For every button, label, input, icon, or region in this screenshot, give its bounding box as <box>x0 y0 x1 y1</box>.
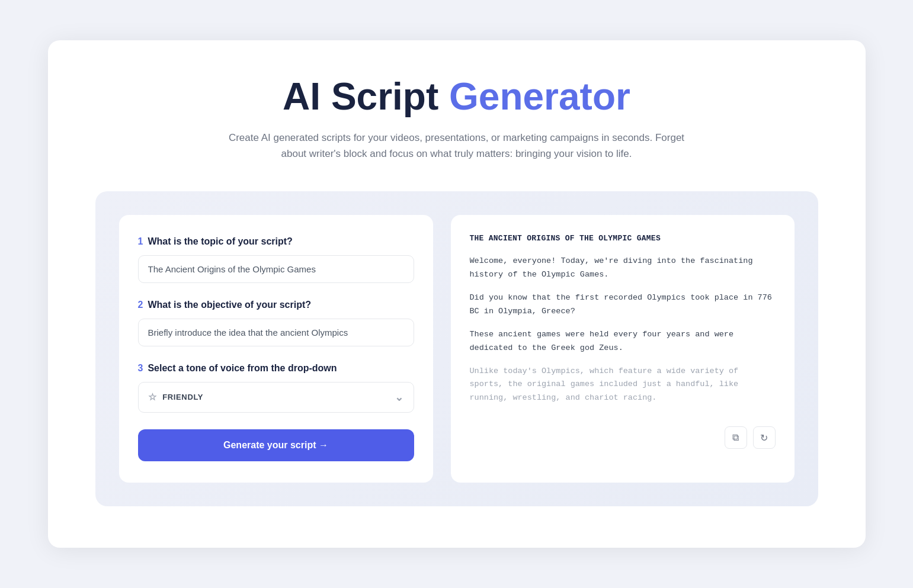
copy-button[interactable]: ⧉ <box>725 426 747 449</box>
step2-section: 2 What is the objective of your script? <box>138 300 414 346</box>
script-title: THE ANCIENT ORIGINS OF THE OLYMPIC GAMES <box>470 234 776 243</box>
script-paragraph: Unlike today's Olympics, which feature a… <box>470 365 776 406</box>
copy-icon: ⧉ <box>732 432 739 443</box>
script-actions: ⧉ ↻ <box>470 426 776 449</box>
generate-button-label: Generate your script → <box>223 440 328 451</box>
step3-number: 3 <box>138 363 143 374</box>
page-wrapper: AI Script Generator Create AI generated … <box>48 40 866 548</box>
refresh-icon: ↻ <box>760 432 768 444</box>
header: AI Script Generator Create AI generated … <box>95 76 818 162</box>
step2-label-row: 2 What is the objective of your script? <box>138 300 414 310</box>
output-panel: THE ANCIENT ORIGINS OF THE OLYMPIC GAMES… <box>451 215 795 483</box>
script-paragraph: Welcome, everyone! Today, we're diving i… <box>470 255 776 282</box>
objective-input[interactable] <box>138 319 414 346</box>
topic-input[interactable] <box>138 255 414 283</box>
title-part1: AI Script <box>283 75 438 118</box>
page-title: AI Script Generator <box>95 76 818 117</box>
step3-section: 3 Select a tone of voice from the drop-d… <box>138 363 414 413</box>
step1-label-row: 1 What is the topic of your script? <box>138 236 414 247</box>
step2-number: 2 <box>138 300 143 310</box>
refresh-button[interactable]: ↻ <box>753 426 776 449</box>
script-content: Welcome, everyone! Today, we're diving i… <box>470 255 776 415</box>
tone-select[interactable]: ☆ FRIENDLY ⌄ <box>138 382 414 413</box>
chevron-down-icon: ⌄ <box>395 391 404 404</box>
select-left: ☆ FRIENDLY <box>148 391 204 403</box>
step1-title: What is the topic of your script? <box>148 236 292 247</box>
step3-label-row: 3 Select a tone of voice from the drop-d… <box>138 363 414 374</box>
step3-title: Select a tone of voice from the drop-dow… <box>148 363 337 374</box>
script-paragraph: These ancient games were held every four… <box>470 328 776 355</box>
main-content: 1 What is the topic of your script? 2 Wh… <box>95 191 818 506</box>
star-icon: ☆ <box>148 391 157 403</box>
step2-title: What is the objective of your script? <box>148 300 311 310</box>
step1-section: 1 What is the topic of your script? <box>138 236 414 283</box>
step1-number: 1 <box>138 236 143 247</box>
title-part2: Generator <box>449 75 630 118</box>
script-paragraph: Did you know that the first recorded Oly… <box>470 291 776 319</box>
tone-value: FRIENDLY <box>162 393 203 401</box>
subtitle: Create AI generated scripts for your vid… <box>226 130 688 162</box>
generate-button[interactable]: Generate your script → <box>138 429 414 461</box>
form-panel: 1 What is the topic of your script? 2 Wh… <box>119 215 433 483</box>
